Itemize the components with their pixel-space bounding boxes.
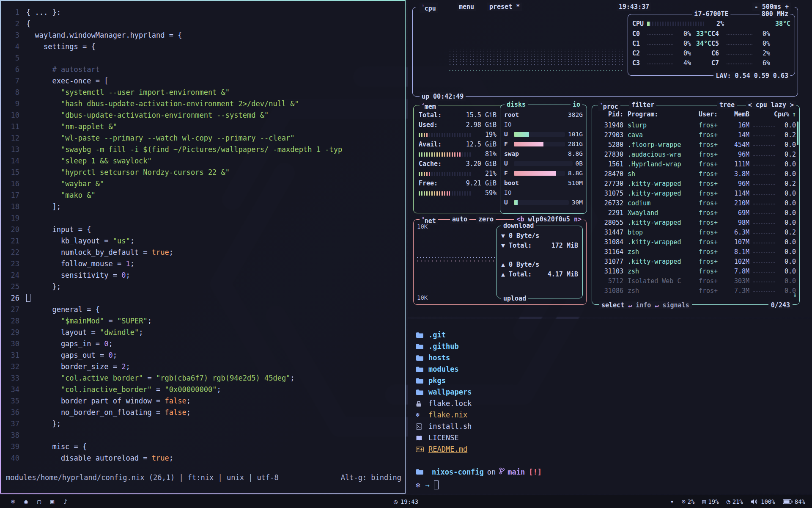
- disks-io-toggle[interactable]: io: [571, 100, 582, 109]
- preset-button[interactable]: preset *: [487, 3, 522, 11]
- process-row[interactable]: 31164zshfros+8.1M0.0: [595, 247, 796, 257]
- clock-module[interactable]: ◷ 19:43: [394, 495, 418, 508]
- process-row[interactable]: 27903cavafros+14M0.2: [595, 130, 796, 140]
- process-row[interactable]: 26732codiumfros+210M0.0: [595, 199, 796, 208]
- process-row[interactable]: 1561.Hyprland-wrapfros+111M0.0: [595, 160, 796, 169]
- editor-line[interactable]: 7 exec-once = [: [1, 75, 405, 87]
- editor-line[interactable]: 36 no_border_on_floating = false;: [1, 407, 405, 418]
- editor-line[interactable]: 28 "$mainMod" = "SUPER";: [1, 315, 405, 327]
- editor-line[interactable]: 11 "nm-applet &": [1, 121, 405, 133]
- code-token: "0x00000000": [165, 385, 217, 394]
- editor-line[interactable]: 15 "hyprctl setcursor Nordzy-cursors 22 …: [1, 167, 405, 178]
- window-icon[interactable]: ▢: [37, 498, 41, 505]
- waybar-module-tray[interactable]: ▾: [670, 498, 674, 505]
- card-icon[interactable]: ▣: [50, 498, 54, 505]
- proc-header-row[interactable]: Pid: Program: User: MemB Cpu% ↑: [595, 110, 796, 119]
- menu-button[interactable]: menu: [457, 3, 476, 11]
- editor-line[interactable]: 32 border_size = 2;: [1, 361, 405, 373]
- editor-line[interactable]: 12 "wl-paste --primary --watch wl-copy -…: [1, 133, 405, 144]
- editor-line[interactable]: 25 };: [1, 281, 405, 293]
- shell-input-line[interactable]: ❄ →: [416, 480, 439, 489]
- header-program[interactable]: Program:: [628, 110, 699, 119]
- editor-line[interactable]: 1{ ... }:: [1, 7, 405, 18]
- editor-window[interactable]: 1{ ... }:2{3 wayland.windowManager.hyprl…: [0, 0, 406, 494]
- editor-line[interactable]: 16 "waybar &": [1, 178, 405, 190]
- editor-line[interactable]: 18 ];: [1, 201, 405, 213]
- editor-line[interactable]: 3 wayland.windowManager.hyprland = {: [1, 30, 405, 41]
- process-row[interactable]: 2291Xwaylandfros+69M0.0: [595, 208, 796, 218]
- editor-line[interactable]: 30 gaps_in = 0;: [1, 338, 405, 350]
- editor-line[interactable]: 14 "sleep 1 && swaylock": [1, 155, 405, 167]
- waybar-module-memory[interactable]: ▤19%: [702, 498, 719, 505]
- cpu-box-title[interactable]: ¹cpu: [420, 3, 438, 13]
- process-row[interactable]: 28470shfros+3.8M0.0: [595, 169, 796, 179]
- process-row[interactable]: 31103zshfros+7.8M0.0: [595, 267, 796, 276]
- process-row[interactable]: 31447btopfros+6.3M0.2: [595, 228, 796, 237]
- editor-line[interactable]: 29 layout = "dwindle";: [1, 327, 405, 338]
- power-icon[interactable]: ◉: [24, 498, 28, 505]
- waybar-module-disk[interactable]: ◔21%: [727, 498, 743, 505]
- music-icon[interactable]: ♪: [63, 498, 67, 505]
- process-row[interactable]: 31075.kitty-wrappedfros+114M0.0: [595, 189, 796, 199]
- editor-line[interactable]: 24 sensitivity = 0;: [1, 270, 405, 281]
- nix-icon[interactable]: ❄: [11, 498, 15, 505]
- process-row[interactable]: 31948slurpfros+16M0.0: [595, 121, 796, 130]
- process-row[interactable]: 28055.kitty-wrappedfros+98M0.0: [595, 218, 796, 228]
- sort-arrow-icon[interactable]: ↑: [789, 110, 796, 119]
- editor-line[interactable]: 13 "swaybg -m fill -i $(find ~/Pictures/…: [1, 144, 405, 155]
- proc-scrollbar[interactable]: [797, 121, 798, 145]
- editor-line[interactable]: 9 "hash dbus-update-activation-environme…: [1, 98, 405, 110]
- editor-line[interactable]: 17 "mako &": [1, 190, 405, 201]
- editor-line[interactable]: 21 kb_layout = "us";: [1, 235, 405, 247]
- process-row[interactable]: 5712Isolated Web Cfros+303M0.0: [595, 276, 796, 286]
- editor-line[interactable]: 27 general = {: [1, 304, 405, 315]
- editor-line[interactable]: 8 "systemctl --user import-environment &…: [1, 87, 405, 98]
- editor-line[interactable]: 40 disable_autoreload = true;: [1, 453, 405, 464]
- process-list[interactable]: 31948slurpfros+16M0.027903cavafros+14M0.…: [595, 121, 796, 296]
- editor-line[interactable]: 2{: [1, 18, 405, 30]
- editor-line[interactable]: 5: [1, 52, 405, 64]
- net-auto-toggle[interactable]: auto: [450, 215, 469, 224]
- process-row[interactable]: 5280.floorp-wrappefros+454M0.0: [595, 140, 796, 150]
- book-icon: [416, 435, 428, 441]
- process-row[interactable]: 31084.kitty-wrappedfros+107M0.0: [595, 237, 796, 247]
- editor-line[interactable]: 4 settings = {: [1, 41, 405, 52]
- header-user[interactable]: User:: [699, 110, 726, 119]
- editor-line[interactable]: 33 "col.active_border" = "rgb(cba6f7) rg…: [1, 373, 405, 384]
- waybar-module-battery[interactable]: 84%: [783, 498, 805, 505]
- mem-box-title[interactable]: ²mem: [420, 101, 438, 111]
- editor-line[interactable]: 6 # autostart: [1, 64, 405, 75]
- proc-tree-toggle[interactable]: tree: [717, 101, 737, 109]
- header-memb[interactable]: MemB: [726, 110, 749, 119]
- proc-sort-selector[interactable]: < cpu lazy >: [746, 101, 796, 109]
- waybar-module-volume[interactable]: 100%: [751, 498, 775, 505]
- proc-footer-keys[interactable]: select ↵ info ↵ signals: [599, 301, 692, 309]
- editor-line[interactable]: 35 border_part_of_window = false;: [1, 395, 405, 407]
- editor-line[interactable]: 37 };: [1, 418, 405, 430]
- editor-line[interactable]: 26: [1, 293, 405, 304]
- editor-buffer[interactable]: 1{ ... }:2{3 wayland.windowManager.hyprl…: [1, 7, 405, 464]
- editor-line[interactable]: 20 input = {: [1, 224, 405, 235]
- process-row[interactable]: 27830.audacious-wrafros+96M0.2: [595, 150, 796, 160]
- btop-window[interactable]: ¹cpu menu preset * 19:43:37 - 500ms + up…: [408, 0, 812, 317]
- editor-line[interactable]: 31 gaps_out = 0;: [1, 350, 405, 361]
- disks-box-title[interactable]: disks: [505, 100, 528, 109]
- header-cpu[interactable]: Cpu%: [771, 110, 789, 119]
- editor-line[interactable]: 19: [1, 213, 405, 224]
- proc-filter-button[interactable]: filter: [629, 101, 656, 109]
- editor-line[interactable]: 22 numlock_by_default = true;: [1, 247, 405, 258]
- editor-line[interactable]: 39 misc = {: [1, 441, 405, 453]
- header-pid[interactable]: Pid:: [595, 110, 623, 119]
- editor-line[interactable]: 34 "col.inactive_border" = "0x00000000";: [1, 384, 405, 395]
- volume-value: 100%: [761, 498, 775, 505]
- editor-line[interactable]: 10 "dbus-update-activation-environment -…: [1, 110, 405, 121]
- waybar-module-cpu[interactable]: ⊙2%: [681, 498, 694, 505]
- process-row[interactable]: 31086zshfros+7.3M0.0: [595, 286, 796, 296]
- terminal-window[interactable]: .git.githubhostsmodulespkgswallpapersfla…: [408, 319, 812, 494]
- process-row[interactable]: 31077.kitty-wrappedfros+102M0.0: [595, 257, 796, 267]
- editor-line[interactable]: 38: [1, 430, 405, 441]
- net-zero-toggle[interactable]: zero: [476, 215, 496, 224]
- process-row[interactable]: 27730.kitty-wrappedfros+96M0.2: [595, 179, 796, 189]
- editor-line[interactable]: 23 follow_mouse = 1;: [1, 258, 405, 270]
- scroll-down-icon[interactable]: ↓: [793, 291, 797, 298]
